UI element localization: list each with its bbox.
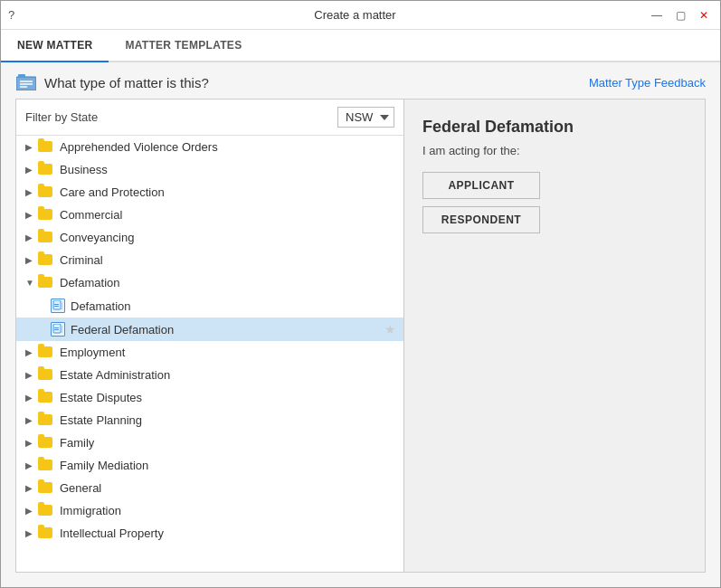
folder-icon [38,460,54,472]
detail-subtitle: I am acting for the: [422,144,687,157]
folder-icon [38,437,54,450]
folder-icon [38,482,54,495]
tree-item-label: Business [60,163,396,176]
feedback-link[interactable]: Matter Type Feedback [589,76,706,90]
tree-item-label: Conveyancing [60,231,396,244]
chevron-icon: ▶ [25,165,38,175]
right-panel: Federal Defamation I am acting for the: … [404,99,706,573]
folder-icon [38,232,54,244]
applicant-button[interactable]: APPLICANT [422,172,540,199]
minimize-button[interactable]: — [648,6,666,24]
svg-rect-7 [54,304,59,305]
page-title: What type of matter is this? [44,75,209,90]
tree-item-estate-disputes[interactable]: ▶ Estate Disputes [16,386,403,409]
tree-item-label: Commercial [60,208,396,222]
folder-icon [38,505,54,517]
folder-icon [38,277,54,289]
folder-icon [38,141,54,154]
tree-item-label: Immigration [60,504,396,517]
tree-item-federal-defamation[interactable]: Federal Defamation ★ [16,318,403,341]
svg-rect-11 [54,327,59,328]
svg-rect-13 [61,326,62,333]
star-icon[interactable]: ★ [381,322,396,337]
doc-icon [51,322,65,337]
filter-row: Filter by State NSW VIC QLD WA SA TAS AC… [16,100,403,136]
filter-label: Filter by State [25,110,98,124]
tree-item-label: Estate Disputes [60,391,396,404]
folder-icon [38,164,54,176]
folder-icon [38,414,54,427]
tree-item-defamation[interactable]: ▼ Defamation [16,271,403,294]
folder-icon [38,254,54,267]
tree-item-defamation-sub[interactable]: Defamation ★ [16,294,403,318]
tree-item-label: Estate Planning [60,413,396,427]
tree-item-family[interactable]: ▶ Family [16,432,403,454]
window-controls: — ▢ ✕ [648,6,713,24]
close-button[interactable]: ✕ [695,6,713,24]
chevron-icon: ▶ [25,460,38,470]
tree-item-criminal[interactable]: ▶ Criminal [16,249,403,271]
respondent-button[interactable]: RESPONDENT [422,206,540,233]
chevron-icon: ▶ [25,483,38,493]
tab-matter-templates[interactable]: MATTER TEMPLATES [109,30,258,62]
folder-icon [38,346,54,359]
tree-item-intellectual-property[interactable]: ▶ Intellectual Property [16,522,403,545]
svg-rect-2 [18,74,25,78]
chevron-icon: ▶ [25,438,38,448]
tree-item-label: Criminal [60,253,396,267]
svg-rect-8 [54,306,59,307]
svg-rect-9 [61,302,62,309]
tree-item-immigration[interactable]: ▶ Immigration [16,499,403,522]
title-bar: ? Create a matter — ▢ ✕ [1,1,720,30]
folder-icon [38,369,54,382]
tree-item-label: Employment [60,346,396,359]
tree-item-label: General [60,481,396,495]
tree-item-apprehended-violence-orders[interactable]: ▶ Apprehended Violence Orders [16,136,403,158]
maximize-button[interactable]: ▢ [671,6,689,24]
tree-list[interactable]: ▶ Apprehended Violence Orders ▶ Business… [16,136,403,572]
window-title: Create a matter [62,8,648,22]
tree-item-label: Family Mediation [60,459,396,472]
tree-item-label: Defamation [60,276,396,289]
matter-type-icon [15,73,37,91]
tree-item-employment[interactable]: ▶ Employment [16,341,403,364]
folder-icon [38,392,54,404]
tree-item-family-mediation[interactable]: ▶ Family Mediation [16,454,403,477]
chevron-down-icon: ▼ [25,278,38,288]
tree-item-conveyancing[interactable]: ▶ Conveyancing [16,226,403,249]
chevron-icon: ▶ [25,255,38,265]
chevron-icon: ▶ [25,210,38,220]
tree-item-label: Apprehended Violence Orders [60,140,396,154]
folder-icon [38,186,54,199]
tab-new-matter[interactable]: NEW MATTER [1,30,109,62]
tree-item-general[interactable]: ▶ General [16,477,403,499]
left-panel: Filter by State NSW VIC QLD WA SA TAS AC… [15,99,404,573]
folder-icon [38,527,54,540]
chevron-icon: ▶ [25,393,38,403]
chevron-icon: ▶ [25,415,38,425]
tree-item-commercial[interactable]: ▶ Commercial [16,204,403,226]
chevron-icon: ▶ [25,232,38,242]
header-left: What type of matter is this? [15,73,209,91]
tree-item-business[interactable]: ▶ Business [16,158,403,181]
chevron-icon: ▶ [25,528,38,538]
chevron-icon: ▶ [25,506,38,516]
chevron-icon: ▶ [25,187,38,197]
content-area: What type of matter is this? Matter Type… [1,62,720,587]
tree-item-estate-administration[interactable]: ▶ Estate Administration [16,364,403,386]
tree-item-care-and-protection[interactable]: ▶ Care and Protection [16,181,403,204]
chevron-icon: ▶ [25,370,38,380]
tree-item-label: Care and Protection [60,185,396,199]
tree-item-label: Estate Administration [60,368,396,382]
state-select[interactable]: NSW VIC QLD WA SA TAS ACT NT [337,107,394,128]
tree-item-estate-planning[interactable]: ▶ Estate Planning [16,409,403,432]
tree-item-label: Defamation [71,299,381,313]
chevron-icon: ▶ [25,347,38,357]
tabs-bar: NEW MATTER MATTER TEMPLATES [1,30,720,62]
tree-item-label: Federal Defamation [71,323,381,337]
chevron-icon: ▶ [25,142,38,152]
header-row: What type of matter is this? Matter Type… [1,62,720,99]
help-button[interactable]: ? [8,8,14,22]
tree-item-label: Family [60,436,396,450]
tree-item-label: Intellectual Property [60,526,396,540]
